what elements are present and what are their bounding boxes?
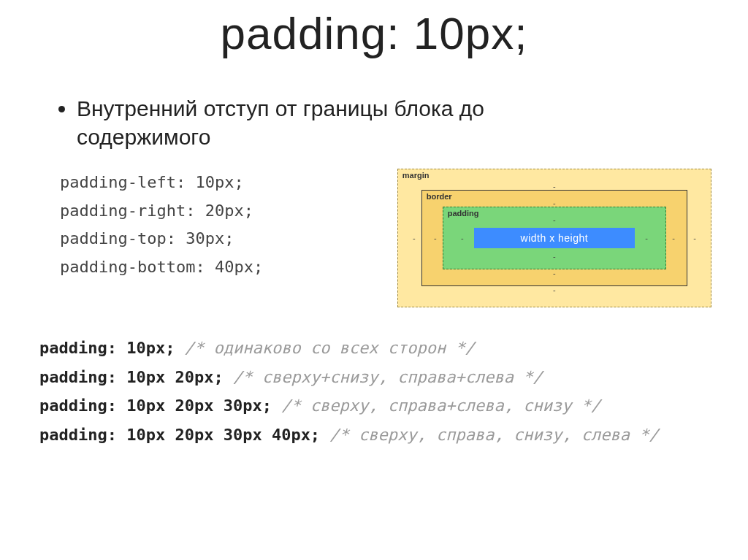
dash-mark: - [644,234,649,242]
dash-mark: - [432,199,676,207]
dash-mark: - [411,183,698,190]
dash-mark: - [432,234,438,242]
dash-mark: - [671,234,676,242]
code-line: padding-right: 20px; [60,197,390,226]
dash-mark: - [459,234,465,242]
dash-mark: - [411,286,698,294]
code-line: padding: 10px 20px; /* сверху+снизу, спр… [39,363,711,392]
code-line: padding: 10px 20px 30px; /* сверху, спра… [39,391,711,421]
dash-mark: - [692,234,698,242]
code-line: padding: 10px; /* одинаково со всех стор… [39,334,711,363]
bullet-list: Внутренний отступ от границы блока до со… [58,94,711,151]
padding-label: padding [448,209,479,218]
dash-mark: - [459,253,649,260]
margin-label: margin [402,171,430,180]
dash-mark: - [432,269,676,277]
bullet-item: Внутренний отступ от границы блока до со… [77,94,544,151]
code-line: padding-left: 10px; [60,169,390,197]
shorthand-padding-code: padding: 10px; /* одинаково со всех стор… [37,334,711,449]
code-line: padding-top: 30px; [60,225,390,253]
box-model-diagram: margin - - border - - padding [397,169,711,307]
content-box: width x height [474,228,635,248]
slide-title: padding: 10px; [37,7,711,59]
individual-padding-code: padding-left: 10px; padding-right: 20px;… [37,169,390,281]
dash-mark: - [411,234,417,242]
code-line: padding-bottom: 40px; [60,253,390,282]
border-label: border [427,192,452,201]
dash-mark: - [459,216,649,223]
code-line: padding: 10px 20px 30px 40px; /* сверху,… [39,421,711,450]
